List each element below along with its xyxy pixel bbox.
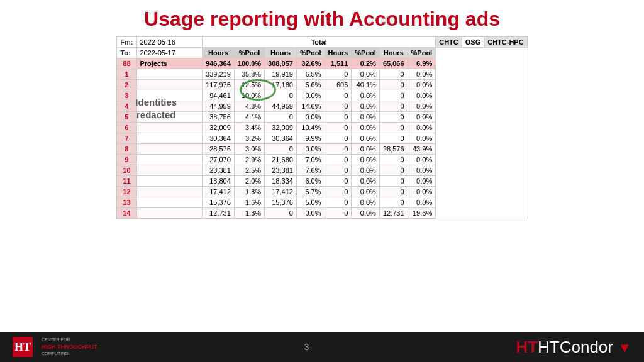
data-cell: 0.0%: [408, 197, 436, 208]
row-identity: ████████████: [136, 144, 203, 155]
footer-org-text: CENTER FOR HIGH THROUGHPUT COMPUTING: [42, 337, 97, 357]
data-cell: 28,576: [379, 144, 408, 155]
row-identity: ████████████: [136, 197, 203, 208]
table-container: Identities redacted Fm: 2022-05-16 Total…: [116, 36, 528, 219]
data-cell: 0.0%: [352, 101, 380, 112]
data-cell: 0.0%: [352, 133, 380, 144]
table-row: 13████████████15,3761.6%15,3765.0%00.0%0…: [117, 197, 527, 208]
data-cell: 0: [325, 165, 352, 176]
data-cell: 0: [379, 187, 408, 197]
data-cell: 0: [265, 112, 297, 123]
data-cell: 0: [325, 197, 352, 208]
data-cell: 0.0%: [408, 101, 436, 112]
data-cell: 0: [379, 69, 408, 80]
total-group-header: Total: [203, 37, 436, 48]
row-identity: ████████████: [136, 187, 203, 197]
row-identity: ████████████: [136, 90, 203, 101]
row-num: 10: [117, 165, 136, 176]
row-identity: ████████████: [136, 69, 203, 80]
data-cell: 0: [379, 101, 408, 112]
data-cell: 5.6%: [296, 80, 325, 90]
data-cell: 94,461: [203, 90, 235, 101]
chtc-pct-header: %Pool: [296, 48, 325, 58]
osg-pct-header: %Pool: [352, 48, 380, 58]
total-row-num: 88: [117, 58, 136, 69]
data-cell: 0.0%: [352, 176, 380, 187]
data-cell: 7.6%: [296, 165, 325, 176]
data-cell: 19,919: [265, 69, 297, 80]
data-cell: 0.0%: [352, 197, 380, 208]
data-cell: 0: [325, 155, 352, 165]
data-cell: 0.0%: [408, 80, 436, 90]
data-cell: 3.4%: [234, 123, 264, 133]
data-cell: 10.4%: [296, 123, 325, 133]
row-num: 11: [117, 176, 136, 187]
row-num: 14: [117, 208, 136, 219]
data-cell: 2.0%: [234, 176, 264, 187]
data-cell: 30,364: [265, 133, 297, 144]
row-num: 4: [117, 101, 136, 112]
page-title: Usage reporting with Accounting ads: [0, 0, 644, 36]
data-cell: 1.3%: [234, 208, 264, 219]
data-cell: 0.0%: [408, 133, 436, 144]
data-cell: 605: [325, 80, 352, 90]
data-cell: 0.0%: [352, 90, 380, 101]
footer: HT CENTER FOR HIGH THROUGHPUT COMPUTING …: [0, 332, 644, 362]
osg-hours-header: Hours: [325, 48, 352, 58]
data-cell: 44,959: [203, 101, 235, 112]
center-for-label: CENTER FOR: [42, 337, 97, 343]
data-cell: 0: [325, 123, 352, 133]
data-cell: 7.0%: [296, 155, 325, 165]
total-chtc-hours: 308,057: [265, 58, 297, 69]
row-num: 7: [117, 133, 136, 144]
data-cell: 0.0%: [352, 155, 380, 165]
data-cell: 14.6%: [296, 101, 325, 112]
total-total-hours: 946,364: [203, 58, 235, 69]
high-throughput-label: HIGH THROUGHPUT: [42, 343, 97, 351]
total-hours-header: Hours: [203, 48, 235, 58]
row-num: 8: [117, 144, 136, 155]
total-chtchpc-hours: 65,066: [379, 58, 408, 69]
data-cell: 17,180: [265, 80, 297, 90]
row-num: 13: [117, 197, 136, 208]
table-row: 2████████████117,97612.5%17,1805.6%60540…: [117, 80, 527, 90]
chtchpc-pct-header: %Pool: [408, 48, 436, 58]
data-cell: 0.0%: [408, 155, 436, 165]
data-cell: 28,576: [203, 144, 235, 155]
row-identity: ████████████: [136, 165, 203, 176]
data-cell: 0: [325, 187, 352, 197]
data-cell: 18,804: [203, 176, 235, 187]
footer-right: HTHTCondor ▼: [516, 337, 631, 357]
data-cell: 0.0%: [352, 208, 380, 219]
data-cell: 10.0%: [234, 90, 264, 101]
data-cell: 0: [265, 208, 297, 219]
data-cell: 3.2%: [234, 133, 264, 144]
total-osg-hours: 1,511: [325, 58, 352, 69]
data-cell: 18,334: [265, 176, 297, 187]
data-cell: 0: [379, 165, 408, 176]
data-cell: 30,364: [203, 133, 235, 144]
data-cell: 0: [325, 176, 352, 187]
data-cell: 6.0%: [296, 176, 325, 187]
table-row: 6████████████32,0093.4%32,00910.4%00.0%0…: [117, 123, 527, 133]
data-cell: 0: [379, 123, 408, 133]
data-cell: 15,376: [265, 197, 297, 208]
data-cell: 23,381: [203, 165, 235, 176]
data-cell: 2.5%: [234, 165, 264, 176]
data-cell: 1.8%: [234, 187, 264, 197]
data-cell: 0: [379, 112, 408, 123]
data-cell: 19.6%: [408, 208, 436, 219]
data-cell: 3.0%: [234, 144, 264, 155]
data-cell: 32,009: [265, 123, 297, 133]
table-row: 4████████████44,9594.8%44,95914.6%00.0%0…: [117, 101, 527, 112]
condor-bird-icon: ▼: [618, 340, 631, 356]
data-cell: 2.9%: [234, 155, 264, 165]
computing-label: COMPUTING: [42, 351, 97, 357]
data-cell: 0: [379, 155, 408, 165]
row-num: 6: [117, 123, 136, 133]
data-cell: 0: [379, 133, 408, 144]
table-row: 9████████████27,0702.9%21,6807.0%00.0%00…: [117, 155, 527, 165]
row-identity: ████████████: [136, 112, 203, 123]
data-cell: 0: [325, 101, 352, 112]
to-label: To:: [117, 48, 136, 58]
